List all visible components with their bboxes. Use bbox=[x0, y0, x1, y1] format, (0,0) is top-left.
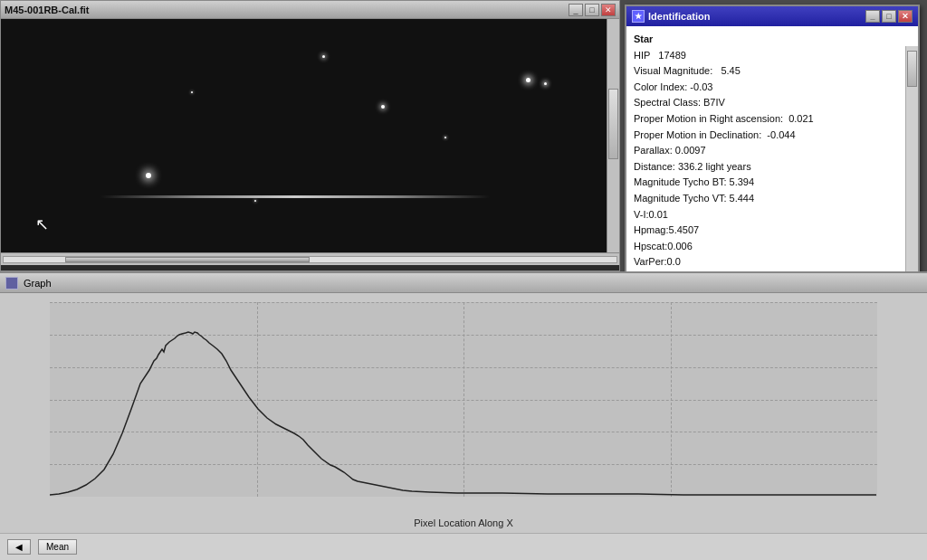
visual-mag-row: Visual Magnitude: 5.45 bbox=[634, 63, 902, 80]
graph-bottom-bar: ◀ Mean bbox=[0, 533, 927, 560]
pm-ra-row: Proper Motion in Right ascension: 0.021 bbox=[634, 111, 902, 128]
id-vscroll-thumb[interactable] bbox=[907, 51, 917, 87]
chart-background: 12000 10000 8000 6000 4000 2000 0 0 100 bbox=[50, 302, 877, 497]
image-titlebar: M45-001RB-Cal.fit _ □ ✕ bbox=[1, 1, 619, 19]
id-content-area: Star HIP 17489 Visual Magnitude: 5.45 Co… bbox=[626, 26, 918, 289]
id-minimize-button[interactable]: _ bbox=[865, 10, 880, 23]
maximize-button[interactable]: □ bbox=[585, 4, 599, 16]
graph-svg bbox=[50, 302, 877, 497]
cursor-arrow: ↖ bbox=[35, 216, 46, 229]
star-7 bbox=[254, 200, 256, 202]
graph-window: Graph Pixel Value Pixel Location Along X… bbox=[0, 271, 927, 560]
graph-title: Graph bbox=[24, 278, 52, 289]
mag-bt-row: Magnitude Tycho BT: 5.394 bbox=[634, 175, 902, 191]
varper-row: VarPer:0.0 bbox=[634, 254, 902, 271]
hscroll-track[interactable] bbox=[3, 256, 617, 263]
spectral-row: Spectral Class: B7IV bbox=[634, 95, 902, 111]
image-content: ↖ bbox=[1, 19, 619, 252]
minimize-button[interactable]: _ bbox=[569, 4, 583, 16]
id-title-text: Identification bbox=[648, 11, 710, 22]
pm-dec-row: Proper Motion in Declination: -0.044 bbox=[634, 128, 902, 144]
graph-titlebar: Graph bbox=[0, 273, 927, 293]
id-maximize-button[interactable]: □ bbox=[882, 10, 896, 23]
close-button[interactable]: ✕ bbox=[601, 4, 616, 16]
hscroll-thumb[interactable] bbox=[65, 257, 311, 262]
hpscat-row: Hpscat:0.006 bbox=[634, 239, 902, 255]
star-type-label: Star bbox=[634, 32, 902, 48]
hip-row: HIP 17489 bbox=[634, 48, 902, 64]
x-axis-title: Pixel Location Along X bbox=[414, 517, 512, 528]
graph-line bbox=[50, 332, 876, 495]
parallax-row: Parallax: 0.0097 bbox=[634, 143, 902, 159]
star-6 bbox=[444, 137, 446, 138]
graph-area: Pixel Value Pixel Location Along X 12000… bbox=[0, 293, 927, 533]
distance-row: Distance: 336.2 light years bbox=[634, 159, 902, 176]
image-hscrollbar[interactable] bbox=[1, 252, 619, 265]
image-window: M45-001RB-Cal.fit _ □ ✕ ↖ bbox=[0, 0, 620, 271]
vi-row: V-I:0.01 bbox=[634, 207, 902, 223]
star-3 bbox=[526, 78, 530, 82]
star-8 bbox=[191, 91, 193, 93]
image-title: M45-001RB-Cal.fit bbox=[5, 5, 90, 15]
mean-label-button[interactable]: Mean bbox=[38, 539, 77, 555]
graph-icon bbox=[5, 277, 18, 289]
image-vscroll-thumb[interactable] bbox=[608, 89, 618, 158]
hpmag-row: Hpmag:5.4507 bbox=[634, 223, 902, 239]
star-type: Star bbox=[634, 33, 653, 44]
star-5 bbox=[322, 55, 325, 58]
star-streak bbox=[100, 195, 490, 198]
image-vscrollbar[interactable] bbox=[607, 19, 619, 252]
id-title-left: ★ Identification bbox=[632, 10, 710, 23]
image-window-controls: _ □ ✕ bbox=[569, 4, 616, 16]
id-window-controls: _ □ ✕ bbox=[865, 10, 913, 23]
id-window-icon: ★ bbox=[632, 10, 645, 23]
id-body: Star HIP 17489 Visual Magnitude: 5.45 Co… bbox=[626, 26, 918, 289]
id-titlebar: ★ Identification _ □ ✕ bbox=[626, 6, 918, 26]
star-1 bbox=[146, 173, 151, 178]
mean-button[interactable]: ◀ bbox=[7, 539, 31, 555]
color-index-row: Color Index: -0.03 bbox=[634, 80, 902, 96]
star-2 bbox=[381, 105, 385, 109]
star-4 bbox=[544, 82, 547, 85]
id-close-button[interactable]: ✕ bbox=[898, 10, 913, 23]
id-vscrollbar[interactable] bbox=[905, 46, 918, 289]
mag-vt-row: Magnitude Tycho VT: 5.444 bbox=[634, 191, 902, 207]
